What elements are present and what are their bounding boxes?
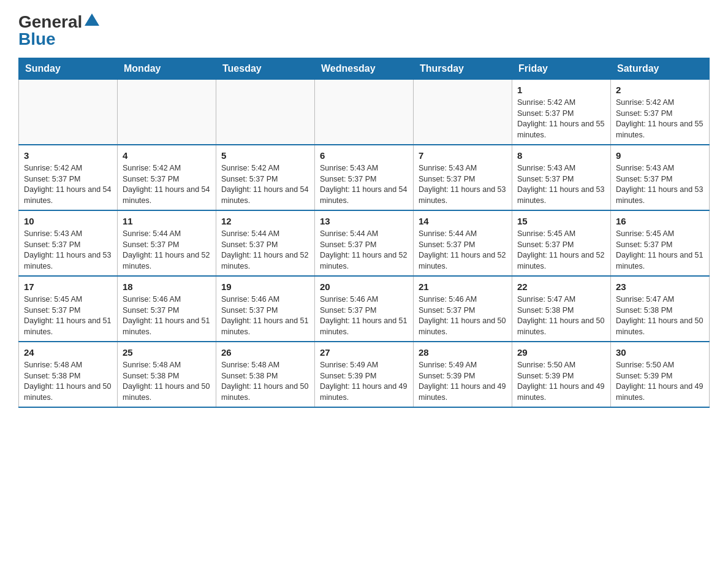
day-number: 19 <box>221 280 309 293</box>
day-number: 13 <box>320 215 408 228</box>
day-info: Sunrise: 5:43 AMSunset: 5:37 PMDaylight:… <box>616 163 704 206</box>
calendar-cell: 12Sunrise: 5:44 AMSunset: 5:37 PMDayligh… <box>216 210 315 276</box>
calendar-cell: 5Sunrise: 5:42 AMSunset: 5:37 PMDaylight… <box>216 145 315 210</box>
day-info: Sunrise: 5:48 AMSunset: 5:38 PMDaylight:… <box>24 360 112 403</box>
svg-marker-0 <box>85 13 99 26</box>
day-info: Sunrise: 5:45 AMSunset: 5:37 PMDaylight:… <box>24 294 112 337</box>
day-info: Sunrise: 5:45 AMSunset: 5:37 PMDaylight:… <box>517 229 605 272</box>
day-number: 5 <box>221 149 309 162</box>
day-info: Sunrise: 5:46 AMSunset: 5:37 PMDaylight:… <box>419 294 507 337</box>
calendar-cell: 20Sunrise: 5:46 AMSunset: 5:37 PMDayligh… <box>315 276 414 342</box>
calendar-cell: 16Sunrise: 5:45 AMSunset: 5:37 PMDayligh… <box>611 210 710 276</box>
day-of-week-wednesday: Wednesday <box>315 58 414 80</box>
calendar-cell: 29Sunrise: 5:50 AMSunset: 5:39 PMDayligh… <box>512 342 611 407</box>
calendar-cell <box>216 80 315 145</box>
day-number: 9 <box>616 149 704 162</box>
day-info: Sunrise: 5:48 AMSunset: 5:38 PMDaylight:… <box>221 360 309 403</box>
calendar-cell: 8Sunrise: 5:43 AMSunset: 5:37 PMDaylight… <box>512 145 611 210</box>
day-info: Sunrise: 5:43 AMSunset: 5:37 PMDaylight:… <box>517 163 605 206</box>
day-number: 18 <box>123 280 211 293</box>
day-info: Sunrise: 5:44 AMSunset: 5:37 PMDaylight:… <box>123 229 211 272</box>
logo-icon <box>83 12 100 29</box>
day-number: 10 <box>24 215 112 228</box>
calendar-cell: 17Sunrise: 5:45 AMSunset: 5:37 PMDayligh… <box>19 276 118 342</box>
day-number: 29 <box>517 346 605 359</box>
day-number: 8 <box>517 149 605 162</box>
calendar-cell: 15Sunrise: 5:45 AMSunset: 5:37 PMDayligh… <box>512 210 611 276</box>
day-number: 3 <box>24 149 112 162</box>
calendar-cell: 25Sunrise: 5:48 AMSunset: 5:38 PMDayligh… <box>118 342 216 407</box>
calendar-cell: 26Sunrise: 5:48 AMSunset: 5:38 PMDayligh… <box>216 342 315 407</box>
calendar-cell: 4Sunrise: 5:42 AMSunset: 5:37 PMDaylight… <box>118 145 216 210</box>
day-info: Sunrise: 5:43 AMSunset: 5:37 PMDaylight:… <box>419 163 507 206</box>
logo: General Blue <box>18 12 100 49</box>
day-info: Sunrise: 5:50 AMSunset: 5:39 PMDaylight:… <box>517 360 605 403</box>
day-info: Sunrise: 5:46 AMSunset: 5:37 PMDaylight:… <box>221 294 309 337</box>
day-number: 24 <box>24 346 112 359</box>
day-number: 15 <box>517 215 605 228</box>
day-of-week-sunday: Sunday <box>19 58 118 80</box>
day-info: Sunrise: 5:45 AMSunset: 5:37 PMDaylight:… <box>616 229 704 272</box>
calendar-cell: 30Sunrise: 5:50 AMSunset: 5:39 PMDayligh… <box>611 342 710 407</box>
day-number: 11 <box>123 215 211 228</box>
day-info: Sunrise: 5:48 AMSunset: 5:38 PMDaylight:… <box>123 360 211 403</box>
calendar-cell: 19Sunrise: 5:46 AMSunset: 5:37 PMDayligh… <box>216 276 315 342</box>
calendar-cell <box>19 80 118 145</box>
calendar-cell: 13Sunrise: 5:44 AMSunset: 5:37 PMDayligh… <box>315 210 414 276</box>
day-number: 26 <box>221 346 309 359</box>
day-number: 12 <box>221 215 309 228</box>
day-number: 1 <box>517 83 605 96</box>
calendar-cell: 23Sunrise: 5:47 AMSunset: 5:38 PMDayligh… <box>611 276 710 342</box>
calendar-cell: 24Sunrise: 5:48 AMSunset: 5:38 PMDayligh… <box>19 342 118 407</box>
calendar-cell: 22Sunrise: 5:47 AMSunset: 5:38 PMDayligh… <box>512 276 611 342</box>
day-number: 14 <box>419 215 507 228</box>
day-number: 22 <box>517 280 605 293</box>
day-of-week-friday: Friday <box>512 58 611 80</box>
calendar-cell: 6Sunrise: 5:43 AMSunset: 5:37 PMDaylight… <box>315 145 414 210</box>
day-info: Sunrise: 5:44 AMSunset: 5:37 PMDaylight:… <box>419 229 507 272</box>
day-info: Sunrise: 5:49 AMSunset: 5:39 PMDaylight:… <box>419 360 507 403</box>
calendar-cell: 7Sunrise: 5:43 AMSunset: 5:37 PMDaylight… <box>414 145 512 210</box>
day-info: Sunrise: 5:44 AMSunset: 5:37 PMDaylight:… <box>221 229 309 272</box>
day-number: 6 <box>320 149 408 162</box>
day-info: Sunrise: 5:43 AMSunset: 5:37 PMDaylight:… <box>320 163 408 206</box>
calendar-cell: 21Sunrise: 5:46 AMSunset: 5:37 PMDayligh… <box>414 276 512 342</box>
calendar-cell <box>315 80 414 145</box>
day-info: Sunrise: 5:42 AMSunset: 5:37 PMDaylight:… <box>123 163 211 206</box>
day-number: 23 <box>616 280 704 293</box>
calendar-cell: 11Sunrise: 5:44 AMSunset: 5:37 PMDayligh… <box>118 210 216 276</box>
calendar-cell: 14Sunrise: 5:44 AMSunset: 5:37 PMDayligh… <box>414 210 512 276</box>
day-number: 30 <box>616 346 704 359</box>
day-number: 20 <box>320 280 408 293</box>
day-of-week-saturday: Saturday <box>611 58 710 80</box>
calendar-cell: 2Sunrise: 5:42 AMSunset: 5:37 PMDaylight… <box>611 80 710 145</box>
day-number: 7 <box>419 149 507 162</box>
calendar-cell <box>118 80 216 145</box>
day-number: 28 <box>419 346 507 359</box>
day-info: Sunrise: 5:46 AMSunset: 5:37 PMDaylight:… <box>123 294 211 337</box>
calendar-cell: 27Sunrise: 5:49 AMSunset: 5:39 PMDayligh… <box>315 342 414 407</box>
day-info: Sunrise: 5:44 AMSunset: 5:37 PMDaylight:… <box>320 229 408 272</box>
day-of-week-monday: Monday <box>118 58 216 80</box>
day-info: Sunrise: 5:42 AMSunset: 5:37 PMDaylight:… <box>517 98 605 140</box>
day-of-week-thursday: Thursday <box>414 58 512 80</box>
calendar-cell: 9Sunrise: 5:43 AMSunset: 5:37 PMDaylight… <box>611 145 710 210</box>
day-info: Sunrise: 5:49 AMSunset: 5:39 PMDaylight:… <box>320 360 408 403</box>
day-number: 17 <box>24 280 112 293</box>
calendar-cell: 10Sunrise: 5:43 AMSunset: 5:37 PMDayligh… <box>19 210 118 276</box>
day-number: 25 <box>123 346 211 359</box>
day-number: 27 <box>320 346 408 359</box>
calendar: SundayMondayTuesdayWednesdayThursdayFrid… <box>18 58 710 408</box>
day-number: 16 <box>616 215 704 228</box>
day-number: 21 <box>419 280 507 293</box>
day-info: Sunrise: 5:46 AMSunset: 5:37 PMDaylight:… <box>320 294 408 337</box>
day-info: Sunrise: 5:47 AMSunset: 5:38 PMDaylight:… <box>517 294 605 337</box>
calendar-cell: 3Sunrise: 5:42 AMSunset: 5:37 PMDaylight… <box>19 145 118 210</box>
calendar-cell: 28Sunrise: 5:49 AMSunset: 5:39 PMDayligh… <box>414 342 512 407</box>
day-of-week-tuesday: Tuesday <box>216 58 315 80</box>
day-info: Sunrise: 5:43 AMSunset: 5:37 PMDaylight:… <box>24 229 112 272</box>
calendar-cell: 18Sunrise: 5:46 AMSunset: 5:37 PMDayligh… <box>118 276 216 342</box>
day-info: Sunrise: 5:42 AMSunset: 5:37 PMDaylight:… <box>616 98 704 140</box>
logo-blue: Blue <box>18 29 56 49</box>
day-info: Sunrise: 5:47 AMSunset: 5:38 PMDaylight:… <box>616 294 704 337</box>
